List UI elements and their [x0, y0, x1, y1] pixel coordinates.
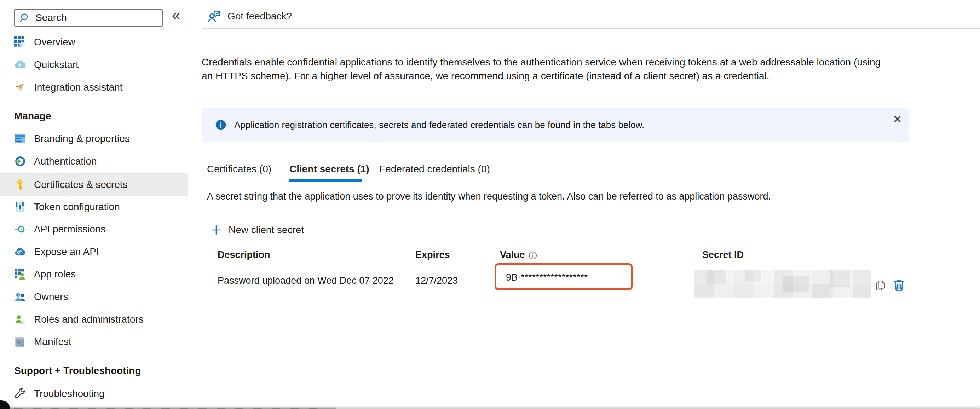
bottom-shadow-left — [0, 406, 336, 409]
got-feedback-label: Got feedback? — [228, 11, 292, 22]
sidebar-item-label: Owners — [34, 291, 68, 302]
sidebar-item-label: Integration assistant — [34, 82, 123, 93]
divider — [14, 125, 173, 125]
active-tab-underline — [290, 179, 362, 181]
sidebar-item-certificates-secrets[interactable]: Certificates & secrets — [0, 173, 188, 196]
sidebar-item-app-roles[interactable]: App roles — [0, 263, 188, 285]
secret-id-redacted — [694, 270, 871, 298]
sidebar-item-label: Certificates & secrets — [34, 179, 128, 190]
column-header-value: Value — [500, 250, 537, 260]
column-header-expires: Expires — [415, 250, 450, 260]
sidebar-item-expose-an-api[interactable]: Expose an API — [0, 240, 188, 263]
sidebar-item-label: Expose an API — [34, 246, 99, 258]
svg-text:{ }: { } — [17, 342, 20, 346]
api-permissions-icon — [14, 224, 25, 235]
sidebar-item-owners[interactable]: Owners — [0, 285, 188, 308]
divider — [202, 28, 980, 29]
client-secrets-description: A secret string that the application use… — [207, 191, 771, 202]
sidebar-item-api-permissions[interactable]: API permissions — [0, 218, 188, 240]
got-feedback-link[interactable]: Got feedback? — [208, 8, 292, 24]
search-field — [14, 9, 163, 27]
app-roles-icon — [14, 269, 25, 280]
token-configuration-icon — [14, 201, 25, 213]
column-header-description: Description — [218, 250, 270, 260]
search-input[interactable] — [14, 9, 163, 27]
sidebar-section-manage: Manage — [14, 110, 51, 122]
integration-assistant-icon — [14, 82, 25, 93]
sidebar-item-token-configuration[interactable]: Token configuration — [0, 196, 188, 218]
sidebar-item-label: Troubleshooting — [34, 388, 105, 399]
plus-icon — [211, 225, 221, 235]
sidebar-item-label: App roles — [34, 269, 76, 280]
tab-client-secrets[interactable]: Client secrets (1) — [290, 164, 369, 175]
sidebar-item-branding-properties[interactable]: www Branding & properties — [0, 127, 188, 150]
secret-value-highlight-box — [495, 263, 633, 290]
owners-icon — [14, 291, 25, 302]
sidebar-item-authentication[interactable]: Authentication — [0, 150, 188, 173]
sidebar-item-troubleshooting[interactable]: Troubleshooting — [0, 382, 188, 405]
secret-description-cell: Password uploaded on Wed Dec 07 2022 — [218, 268, 394, 294]
value-info-icon[interactable] — [528, 251, 537, 260]
certificates-and-secrets-page: « Overview — [0, 0, 980, 409]
sidebar-item-label: Manifest — [34, 336, 72, 347]
delete-icon[interactable] — [892, 279, 906, 292]
close-icon[interactable]: × — [893, 112, 902, 126]
secret-expires-cell: 12/7/2023 — [415, 268, 458, 294]
sidebar-section-support: Support + Troubleshooting — [14, 365, 141, 376]
credentials-intro-text: Credentials enable confidential applicat… — [202, 55, 881, 83]
info-icon — [215, 119, 226, 130]
info-banner: Application registration certificates, s… — [202, 108, 909, 142]
column-header-secret-id: Secret ID — [702, 250, 744, 260]
new-client-secret-button[interactable]: New client secret — [211, 221, 304, 239]
troubleshooting-icon — [14, 388, 25, 399]
authentication-icon — [14, 156, 25, 167]
copy-icon[interactable] — [875, 280, 886, 291]
info-banner-text: Application registration certificates, s… — [234, 119, 644, 130]
collapse-sidebar-icon[interactable]: « — [172, 6, 180, 24]
key-icon — [14, 179, 25, 190]
sidebar-item-label: Overview — [34, 37, 75, 48]
manifest-icon: { } — [14, 336, 25, 347]
tab-federated-credentials[interactable]: Federated credentials (0) — [379, 164, 490, 175]
feedback-icon — [208, 10, 221, 23]
sidebar-item-label: Token configuration — [34, 201, 120, 213]
sidebar-item-integration-assistant[interactable]: Integration assistant — [0, 76, 188, 99]
sidebar-item-quickstart[interactable]: Quickstart — [0, 53, 188, 76]
sidebar-item-label: Roles and administrators — [34, 314, 144, 325]
sidebar-item-roles-administrators[interactable]: Roles and administrators — [0, 308, 188, 331]
sidebar-item-label: Authentication — [34, 156, 97, 167]
search-icon — [19, 13, 30, 24]
overview-icon — [14, 37, 25, 48]
branding-icon: www — [14, 133, 25, 144]
sidebar-item-label: Quickstart — [34, 59, 78, 70]
quickstart-icon — [14, 59, 25, 70]
sidebar-item-label: Branding & properties — [34, 133, 130, 144]
divider — [14, 380, 173, 380]
sidebar-item-manifest[interactable]: { } Manifest — [0, 331, 188, 353]
sidebar-item-label: API permissions — [34, 224, 105, 235]
expose-api-icon — [14, 246, 25, 258]
new-client-secret-label: New client secret — [229, 224, 304, 236]
tab-certificates[interactable]: Certificates (0) — [207, 164, 271, 175]
sidebar-item-overview[interactable]: Overview — [0, 31, 188, 53]
svg-text:www: www — [16, 138, 22, 142]
roles-administrators-icon — [14, 314, 25, 325]
